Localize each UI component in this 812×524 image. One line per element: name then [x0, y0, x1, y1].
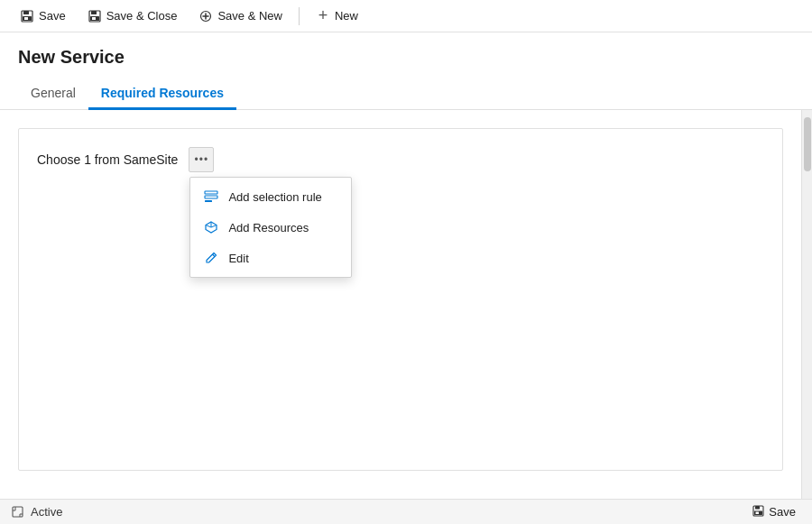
add-resources-label: Add Resources [228, 221, 309, 234]
scrollbar-track[interactable] [801, 110, 812, 499]
svg-rect-1 [23, 11, 29, 14]
resource-row: Choose 1 from SameSite ••• [37, 147, 764, 172]
page-title: New Service [18, 47, 794, 68]
ellipsis-icon: ••• [195, 153, 209, 166]
svg-rect-5 [91, 11, 97, 14]
add-resources-icon [203, 219, 219, 235]
new-button[interactable]: + New [307, 5, 367, 27]
resource-area: Choose 1 from SameSite ••• [18, 128, 783, 471]
svg-rect-12 [13, 507, 23, 517]
add-selection-rule-label: Add selection rule [228, 190, 321, 204]
save-close-label: Save & Close [106, 9, 178, 23]
save-button[interactable]: Save [11, 5, 75, 27]
edit-item[interactable]: Edit [190, 243, 351, 273]
svg-rect-10 [205, 196, 217, 198]
content-inner: Choose 1 from SameSite ••• [0, 110, 801, 499]
add-selection-rule-icon [203, 188, 219, 205]
edit-icon [203, 250, 219, 266]
status-save-button[interactable]: Save [747, 503, 801, 521]
tabs: General Required Resources [0, 78, 812, 110]
toolbar-divider [299, 7, 300, 25]
save-icon [20, 9, 34, 23]
svg-rect-16 [756, 511, 760, 514]
add-selection-rule-item[interactable]: Add selection rule [190, 181, 351, 212]
tab-general[interactable]: General [18, 78, 88, 110]
status-left: Active [11, 505, 62, 519]
save-label: Save [39, 9, 66, 23]
svg-rect-14 [755, 506, 760, 510]
status-save-icon [752, 505, 764, 519]
save-close-button[interactable]: Save & Close [78, 5, 187, 27]
save-close-icon [88, 9, 102, 23]
tab-required-resources[interactable]: Required Resources [88, 78, 236, 110]
save-new-icon [198, 9, 213, 23]
svg-rect-3 [24, 17, 28, 20]
svg-rect-9 [205, 191, 217, 194]
status-bar: Active Save [0, 499, 812, 524]
content-area: Choose 1 from SameSite ••• [0, 110, 812, 499]
save-new-button[interactable]: Save & New [189, 5, 291, 27]
add-resources-item[interactable]: Add Resources [190, 212, 351, 243]
expand-icon [11, 506, 23, 519]
dropdown-menu: Add selection rule Add Resources [189, 177, 352, 278]
status-text: Active [31, 505, 62, 519]
svg-rect-7 [92, 17, 96, 20]
page-header: New Service [0, 32, 812, 78]
svg-rect-11 [205, 200, 212, 202]
choose-label: Choose 1 from SameSite [37, 152, 178, 167]
ellipsis-button[interactable]: ••• Add selection rule [189, 147, 214, 172]
save-new-label: Save & New [217, 9, 282, 23]
toolbar: Save Save & Close Save & New + New [0, 0, 812, 32]
edit-label: Edit [228, 252, 248, 265]
scrollbar-thumb[interactable] [804, 117, 811, 171]
status-save-label: Save [769, 505, 796, 519]
new-icon: + [316, 9, 330, 23]
new-label: New [335, 9, 358, 23]
